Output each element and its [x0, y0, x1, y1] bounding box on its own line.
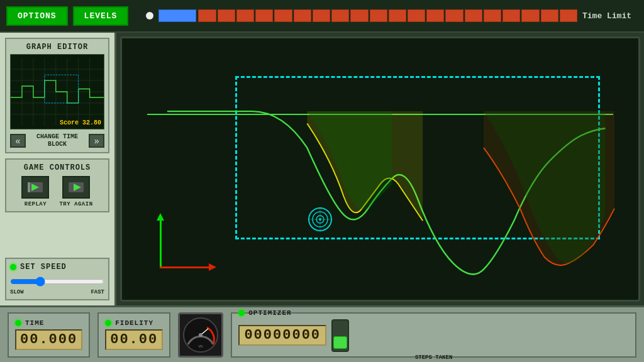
optimizer-display: 00000000 [238, 325, 326, 346]
time-seg-18 [521, 9, 539, 22]
y-axis-arrow [157, 213, 164, 221]
speed-slider[interactable] [10, 277, 104, 287]
game-canvas [120, 36, 640, 302]
try-again-item: TRY AGAIN [59, 176, 92, 207]
options-button[interactable]: OPTIONS [6, 6, 68, 26]
slow-label: SLOW [10, 289, 24, 295]
graph-editor-title: GRAPH EDITOR [10, 43, 104, 52]
time-seg-1 [198, 9, 216, 22]
time-seg-16 [484, 9, 501, 22]
levels-button[interactable]: LEVELS [73, 6, 129, 26]
time-seg-11 [389, 9, 406, 22]
wave-curves-svg [122, 38, 638, 300]
time-seg-14 [445, 9, 463, 22]
target-circle [308, 207, 333, 232]
x-axis [160, 266, 210, 268]
svg-point-26 [199, 333, 203, 337]
time-indicator [15, 320, 21, 326]
toggle-knob [333, 336, 347, 349]
set-speed-title: SET SPEED [20, 263, 67, 272]
svg-rect-12 [45, 75, 79, 103]
time-segments [198, 9, 577, 22]
graph-score: Score 32.80 [60, 119, 101, 126]
time-label: TIME [25, 319, 44, 327]
fidelity-indicator [105, 320, 111, 326]
time-seg-2 [218, 9, 235, 22]
try-again-icon [67, 181, 85, 194]
graph-thumbnail[interactable]: Score 32.80 [10, 54, 104, 129]
optimizer-indicator [238, 310, 245, 316]
replay-button[interactable] [21, 176, 49, 199]
set-speed-section: SET SPEED SLOW FAST [5, 258, 109, 300]
x-axis-arrow [209, 263, 216, 271]
game-controls-title: GAME CONTROLS [10, 163, 104, 172]
time-seg-5 [274, 9, 292, 22]
prev-time-block-button[interactable]: « [10, 134, 26, 148]
time-seg-10 [370, 9, 387, 22]
time-seg-8 [331, 9, 349, 22]
fidelity-label-row: FIDELITY [105, 319, 163, 327]
steps-taken-label: STEPS TAKEN [238, 354, 629, 361]
top-bar: OPTIONS LEVELS [0, 0, 644, 33]
change-time-block: « CHANGE TIME BLOCK » [10, 133, 104, 148]
fast-label: FAST [91, 289, 104, 295]
time-limit-label: Time Limit [582, 11, 631, 21]
replay-label: REPLAY [25, 201, 47, 207]
gauge-container: VU [178, 312, 223, 358]
time-limit-dot [146, 12, 153, 19]
time-seg-9 [350, 9, 368, 22]
optimizer-label: OPTIMIZER [248, 309, 291, 317]
bullseye-icon [308, 207, 333, 232]
optimizer-label-row: OPTIMIZER [238, 309, 629, 317]
time-seg-20 [560, 9, 577, 22]
mini-graph-svg [11, 55, 104, 129]
svg-rect-15 [28, 182, 30, 192]
main-content: GRAPH EDITOR [0, 33, 644, 305]
time-seg-12 [408, 9, 425, 22]
time-seg-7 [313, 9, 330, 22]
try-again-label: TRY AGAIN [59, 201, 92, 207]
time-seg-15 [465, 9, 482, 22]
time-progress-container [158, 9, 577, 23]
fidelity-label: FIDELITY [115, 319, 153, 327]
replay-item: REPLAY [21, 176, 49, 207]
time-display: 00.000 [15, 329, 82, 350]
optimizer-section: OPTIMIZER 00000000 STEPS TAKEN [231, 312, 636, 358]
gauge-svg: VU [182, 316, 219, 354]
time-seg-3 [236, 9, 254, 22]
time-label-row: TIME [15, 319, 82, 327]
set-speed-indicator [10, 264, 16, 270]
controls-row: REPLAY TRY AGAIN [10, 176, 104, 207]
time-seg-17 [502, 9, 520, 22]
y-axis [160, 218, 162, 268]
gauge: VU [178, 312, 223, 358]
time-section: TIME 00.000 [8, 312, 90, 358]
left-panel: GRAPH EDITOR [0, 33, 116, 305]
svg-text:VU: VU [199, 344, 204, 349]
fidelity-section: FIDELITY 00.00 [97, 312, 170, 358]
speed-labels: SLOW FAST [10, 289, 104, 295]
replay-icon [26, 181, 44, 194]
optimizer-toggle[interactable] [331, 319, 349, 352]
time-seg-6 [294, 9, 311, 22]
time-seg-13 [426, 9, 444, 22]
try-again-button[interactable] [62, 176, 90, 199]
game-controls-section: GAME CONTROLS REPLAY [5, 158, 109, 212]
graph-editor-section: GRAPH EDITOR [5, 38, 109, 153]
next-time-block-button[interactable]: » [89, 134, 104, 148]
time-limit-bar: Time Limit [146, 9, 638, 23]
fidelity-display: 00.00 [105, 329, 163, 350]
time-blue-segment [158, 9, 196, 22]
time-seg-19 [541, 9, 558, 22]
time-seg-4 [255, 9, 273, 22]
bottom-bar: TIME 00.000 FIDELITY 00.00 VU [0, 305, 644, 362]
speed-slider-container: SLOW FAST [10, 274, 104, 295]
change-time-block-label: CHANGE TIME BLOCK [30, 133, 85, 148]
